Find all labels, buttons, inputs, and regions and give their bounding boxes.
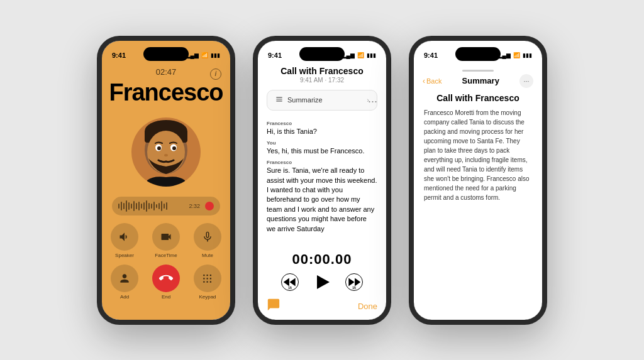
memoji-area	[102, 111, 230, 193]
summary-call-title: Call with Francesco	[424, 93, 532, 103]
keypad-button[interactable]: Keypad	[194, 265, 221, 300]
waveform-lines	[118, 200, 167, 212]
status-time-3: 9:41	[424, 52, 438, 59]
skip-fwd-label: 15	[352, 286, 356, 290]
play-button[interactable]	[311, 271, 333, 293]
scene: 9:41 ▂▄▆ 📶 ▮▮▮ i 02:47 Francesco	[0, 0, 644, 360]
mute-button[interactable]: Mute	[194, 223, 221, 258]
msg-sender-0: Francesco	[267, 121, 377, 126]
svg-rect-3	[181, 130, 187, 143]
svg-point-7	[157, 146, 161, 150]
end-call-button[interactable]: End	[152, 265, 180, 300]
mute-icon-circle	[194, 223, 221, 251]
more-icon: ···	[523, 77, 529, 85]
end-label: End	[162, 294, 170, 300]
facetime-button[interactable]: FaceTime	[152, 223, 180, 258]
keypad-label: Keypad	[199, 294, 216, 300]
phone-summary: 9:41 ▂▄▆ 📶 ▮▮▮ ‹ Back Summary ···	[409, 36, 547, 325]
battery-icon-3: ▮▮▮	[523, 52, 532, 58]
top-line-decoration	[462, 70, 494, 72]
facetime-label: FaceTime	[155, 253, 177, 258]
wifi-icon: 📶	[201, 52, 208, 58]
play-icon	[317, 275, 330, 289]
skip-forward-button[interactable]: 15	[345, 273, 363, 291]
msg-text-2: Sure is. Tania, we're all ready to assis…	[267, 166, 377, 234]
msg-text-0: Hi, is this Tania?	[267, 127, 377, 136]
summary-body: Call with Francesco Francesco Moretti fr…	[414, 90, 542, 205]
transcript-more-button[interactable]: ···	[368, 95, 377, 108]
msg-sender-2: Francesco	[267, 160, 377, 165]
record-indicator	[205, 202, 214, 210]
summary-nav-title: Summary	[462, 76, 499, 85]
caller-name: Francesco	[102, 79, 230, 106]
battery-icon-2: ▮▮▮	[367, 52, 376, 58]
speaker-label: Speaker	[115, 253, 134, 258]
audio-controls: 15 15	[258, 271, 386, 293]
dynamic-island-2	[299, 47, 345, 61]
summary-text: Francesco Moretti from the moving compan…	[424, 108, 532, 202]
summarize-button[interactable]: Summarize ›	[267, 90, 377, 111]
call-controls: Speaker FaceTime	[102, 219, 230, 300]
speaker-button[interactable]: Speaker	[111, 223, 138, 258]
wifi-icon-2: 📶	[357, 52, 364, 58]
end-call-icon-circle	[152, 265, 180, 292]
keypad-icon-circle	[194, 265, 221, 292]
skip-back-label: 15	[288, 286, 292, 290]
message-icon[interactable]	[267, 298, 280, 315]
status-icons-3: ▂▄▆ 📶 ▮▮▮	[498, 52, 532, 58]
msg-text-1: Yes, hi, this must be Francesco.	[267, 146, 377, 156]
svg-point-8	[172, 146, 176, 150]
add-label: Add	[120, 294, 129, 300]
transcript-subtitle: 9:41 AM · 17:32	[268, 77, 376, 84]
memoji-avatar	[131, 117, 201, 187]
transcript-body: Francesco Hi, is this Tania? You Yes, hi…	[258, 113, 386, 246]
facetime-icon-circle	[152, 223, 180, 251]
mute-label: Mute	[202, 253, 213, 258]
waveform-duration: 2:32	[189, 203, 200, 209]
dynamic-island	[143, 47, 189, 61]
summarize-label: Summarize	[287, 96, 323, 104]
summarize-left: Summarize	[275, 95, 323, 106]
status-icons-1: ▂▄▆ 📶 ▮▮▮	[186, 52, 220, 58]
add-button[interactable]: Add	[111, 265, 138, 300]
audio-player: 00:00.00 15 15	[258, 246, 386, 295]
controls-row-1: Speaker FaceTime	[111, 223, 221, 258]
wifi-icon-3: 📶	[513, 52, 520, 58]
phone-call: 9:41 ▂▄▆ 📶 ▮▮▮ i 02:47 Francesco	[97, 36, 235, 325]
summarize-icon	[275, 95, 284, 106]
info-button[interactable]: i	[210, 68, 221, 80]
done-button[interactable]: Done	[358, 302, 377, 311]
msg-sender-1: You	[267, 140, 377, 146]
phone-transcript: 9:41 ▂▄▆ 📶 ▮▮▮ Call with Francesco 9:41 …	[253, 36, 391, 325]
back-chevron-icon: ‹	[423, 77, 425, 85]
add-icon-circle	[111, 265, 138, 292]
svg-rect-2	[145, 130, 151, 143]
status-time-1: 9:41	[112, 52, 126, 59]
battery-icon: ▮▮▮	[211, 52, 220, 58]
summary-nav: ‹ Back Summary ···	[414, 73, 542, 90]
transcript-footer: Done	[258, 295, 386, 320]
waveform-bar: 2:32	[112, 197, 220, 215]
back-button[interactable]: ‹ Back	[423, 77, 441, 85]
skip-back-button[interactable]: 15	[281, 273, 299, 291]
more-options-button[interactable]: ···	[519, 74, 533, 88]
speaker-icon-circle	[111, 223, 138, 251]
svg-point-9	[164, 154, 168, 156]
controls-row-2: Add End	[111, 265, 221, 300]
dynamic-island-3	[455, 47, 501, 61]
transcript-header: Call with Francesco 9:41 AM · 17:32 ···	[258, 66, 386, 87]
status-time-2: 9:41	[268, 52, 282, 59]
status-icons-2: ▂▄▆ 📶 ▮▮▮	[342, 52, 376, 58]
audio-timer: 00:00.00	[258, 251, 386, 268]
back-label: Back	[426, 77, 441, 85]
transcript-title: Call with Francesco	[268, 66, 376, 76]
